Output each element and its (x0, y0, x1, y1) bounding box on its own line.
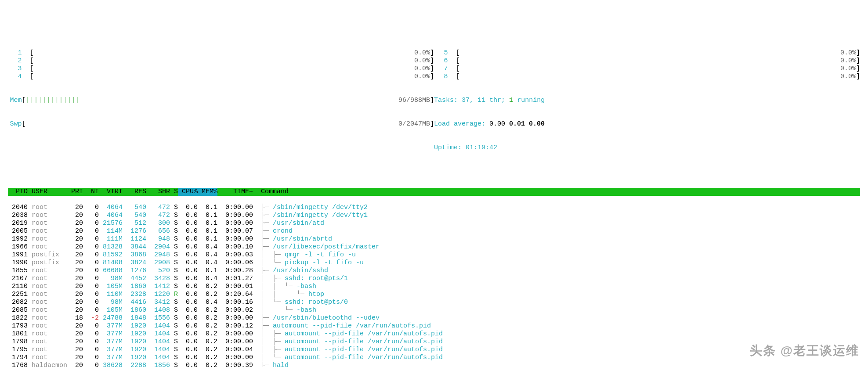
column-header[interactable]: PIDUSERPRINIVIRTRESSHRSCPU%MEM%TIME+Comm… (8, 188, 860, 196)
process-row[interactable]: 1801root200377M19201404S0.00.20:00.00│ ├… (8, 330, 860, 338)
user: root (28, 204, 67, 212)
res: 3844 (123, 243, 146, 251)
cpu-label: 7 (434, 65, 448, 73)
process-row[interactable]: 1793root200377M19201404S0.00.20:00.12├─ … (8, 322, 860, 330)
col-header-pri[interactable]: PRI (67, 188, 83, 196)
command: ├─ /usr/sbin/bluetoothd --udev (253, 314, 860, 322)
process-row[interactable]: 1822root18-22478818481556S0.00.20:00.00├… (8, 314, 860, 322)
col-header-user[interactable]: USER (28, 188, 67, 196)
process-row[interactable]: 2251root200110M23281220R0.00.20:20.64│ │… (8, 291, 860, 299)
process-list[interactable]: 2040root2004064540472S0.00.10:00.00├─ /s… (8, 204, 860, 367)
res: 512 (123, 219, 146, 227)
process-row[interactable]: 1855root200666881276520S0.00.10:00.28├─ … (8, 267, 860, 275)
mem-pct: 0.2 (198, 306, 217, 314)
mem-pct: 0.1 (198, 204, 217, 212)
tree-icon: ├─ (261, 235, 273, 243)
virt: 81328 (99, 243, 123, 251)
pri: 20 (67, 362, 83, 367)
col-header-res[interactable]: RES (123, 188, 146, 196)
ni: 0 (83, 204, 99, 212)
tree-icon: │ └─ (261, 299, 285, 306)
state: S (170, 227, 178, 235)
state: S (170, 283, 178, 291)
process-row[interactable]: 2085root200105M18601408S0.00.20:00.02│ └… (8, 306, 860, 314)
pri: 20 (67, 212, 83, 219)
process-row[interactable]: 1795root200377M19201404S0.00.20:00.04│ ├… (8, 346, 860, 354)
user: root (28, 291, 67, 299)
tree-icon: │ └─ (261, 306, 297, 314)
command: │ └─ pickup -l -t fifo -u (253, 259, 860, 267)
pri: 20 (67, 204, 83, 212)
cpu-meter-6: 6 [0.0%] (434, 57, 860, 65)
time: 0:00.00 (217, 354, 253, 362)
tree-icon: │ ├─ (261, 346, 285, 353)
state: S (170, 299, 178, 306)
cpu-value: 0.0% (391, 49, 430, 57)
process-row[interactable]: 2005root200114M1276656S0.00.10:00.07├─ c… (8, 227, 860, 235)
mem-pct: 0.2 (198, 283, 217, 291)
user: root (28, 346, 67, 354)
user: root (28, 354, 67, 362)
col-header-mem[interactable]: MEM% (198, 188, 217, 196)
user: root (28, 212, 67, 219)
mem-pct: 0.4 (198, 243, 217, 251)
col-header-cpu[interactable]: CPU% (178, 188, 198, 196)
user: root (28, 227, 67, 235)
watermark: 头条 @老王谈运维 (750, 343, 859, 358)
pid: 1991 (8, 251, 28, 259)
process-row[interactable]: 2038root2004064540472S0.00.10:00.00├─ /s… (8, 212, 860, 219)
process-row[interactable]: 1966root2008132838442904S0.00.40:00.10├─… (8, 243, 860, 251)
process-row[interactable]: 1990postfix2008140838242908S0.00.40:00.0… (8, 259, 860, 267)
state: S (170, 243, 178, 251)
col-header-shr[interactable]: SHR (146, 188, 170, 196)
col-header-s[interactable]: S (170, 188, 178, 196)
col-header-time[interactable]: TIME+ (217, 188, 253, 196)
process-row[interactable]: 1794root200377M19201404S0.00.20:00.00│ └… (8, 354, 860, 362)
shr: 1408 (146, 306, 170, 314)
col-header-pid[interactable]: PID (8, 188, 28, 196)
tree-icon: ├─ (261, 362, 273, 367)
col-header-command[interactable]: Command (253, 188, 860, 196)
process-row[interactable]: 2082root20098M44163412S0.00.40:00.16│ └─… (8, 299, 860, 306)
tree-icon: ├─ (261, 314, 273, 322)
command: ├─ /usr/sbin/atd (253, 219, 860, 227)
shr: 3412 (146, 299, 170, 306)
time: 0:00.00 (217, 338, 253, 346)
time: 0:00.00 (217, 314, 253, 322)
process-row[interactable]: 2019root20021576512300S0.00.10:00.00├─ /… (8, 219, 860, 227)
pri: 20 (67, 306, 83, 314)
pid: 2085 (8, 306, 28, 314)
pid: 2251 (8, 291, 28, 299)
pid: 2019 (8, 219, 28, 227)
mem-pct: 0.2 (198, 291, 217, 299)
shr: 300 (146, 219, 170, 227)
state: S (170, 314, 178, 322)
pid: 1795 (8, 346, 28, 354)
tree-icon: │ │ └─ (261, 291, 308, 298)
tree-icon: │ ├─ (261, 330, 285, 338)
mem-pct: 0.2 (198, 322, 217, 330)
process-row[interactable]: 1991postfix2008159238682948S0.00.40:00.0… (8, 251, 860, 259)
process-row[interactable]: 1768haldaemon2003862822881856S0.00.20:00… (8, 362, 860, 367)
process-row[interactable]: 1798root200377M19201404S0.00.20:00.00│ ├… (8, 338, 860, 346)
mem-pct: 0.4 (198, 259, 217, 267)
process-row[interactable]: 2107root20098M44523428S0.00.40:01.27│ ├─… (8, 275, 860, 283)
pid: 2005 (8, 227, 28, 235)
virt: 4064 (99, 212, 123, 219)
ni: 0 (83, 362, 99, 367)
swp-meter: Swp[0/2047MB] (8, 120, 434, 128)
res: 4416 (123, 299, 146, 306)
res: 1920 (123, 346, 146, 354)
state: S (170, 330, 178, 338)
tree-icon: │ ├─ (261, 275, 285, 282)
process-row[interactable]: 2040root2004064540472S0.00.10:00.00├─ /s… (8, 204, 860, 212)
col-header-ni[interactable]: NI (83, 188, 99, 196)
time: 0:00.03 (217, 251, 253, 259)
ni: 0 (83, 212, 99, 219)
col-header-virt[interactable]: VIRT (99, 188, 123, 196)
process-row[interactable]: 1992root200111M1124948S0.00.10:00.00├─ /… (8, 235, 860, 243)
shr: 2948 (146, 251, 170, 259)
state: S (170, 204, 178, 212)
mem-pct: 0.4 (198, 275, 217, 283)
process-row[interactable]: 2110root200105M18601412S0.00.20:00.01│ │… (8, 283, 860, 291)
